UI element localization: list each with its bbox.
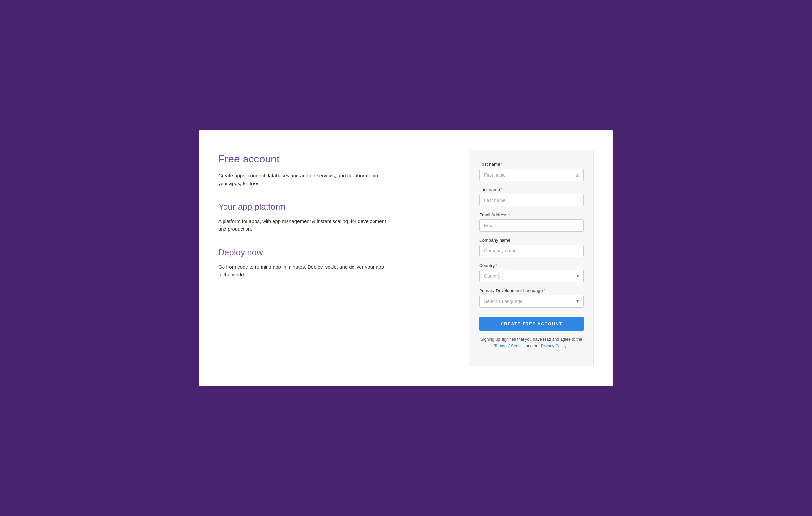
last-name-required: *	[500, 187, 502, 192]
first-name-input-wrapper: ⊞	[479, 169, 584, 181]
last-name-input[interactable]	[479, 194, 584, 206]
language-group: Primary Development Language* Select a L…	[479, 288, 584, 308]
last-name-label: Last name*	[479, 187, 584, 192]
terms-text: Signing up signifies that you have read …	[479, 336, 584, 349]
first-name-required: *	[501, 162, 502, 167]
country-label: Country*	[479, 263, 584, 268]
left-panel: Free account Create apps, connect databa…	[218, 150, 449, 366]
free-account-body: Create apps, connect databases and add-o…	[218, 172, 389, 188]
first-name-label: First name*	[479, 162, 584, 167]
email-group: Email Address*	[479, 212, 584, 232]
company-group: Company name	[479, 238, 584, 257]
email-input[interactable]	[479, 219, 584, 232]
privacy-policy-link[interactable]: Privacy Policy	[541, 344, 567, 348]
company-label: Company name	[479, 238, 584, 242]
first-name-group: First name* ⊞	[479, 162, 584, 181]
country-required: *	[495, 263, 497, 268]
country-group: Country* Country United States United Ki…	[479, 263, 584, 282]
company-input[interactable]	[479, 245, 584, 257]
app-platform-heading: Your app platform	[218, 202, 449, 212]
email-required: *	[508, 212, 510, 217]
card-icon: ⊞	[576, 172, 580, 178]
first-name-input[interactable]	[479, 169, 584, 181]
email-label: Email Address*	[479, 212, 584, 217]
country-select-wrapper: Country United States United Kingdom Can…	[479, 270, 584, 282]
last-name-group: Last name*	[479, 187, 584, 206]
free-account-heading: Free account	[218, 153, 449, 165]
deploy-now-body: Go from code to running app in minutes. …	[218, 263, 389, 279]
signup-form-panel: First name* ⊞ Last name* Email Address*	[469, 150, 594, 366]
language-select[interactable]: Select a Language JavaScript Python Ruby…	[479, 295, 584, 308]
terms-middle: and our	[526, 344, 541, 348]
main-container: Free account Create apps, connect databa…	[199, 130, 613, 386]
create-account-button[interactable]: CREATE FREE ACCOUNT	[479, 317, 584, 331]
language-select-wrapper: Select a Language JavaScript Python Ruby…	[479, 295, 584, 308]
app-platform-body: A platform for apps, with app management…	[218, 217, 389, 233]
language-label: Primary Development Language*	[479, 288, 584, 293]
terms-of-service-link[interactable]: Terms of Service	[494, 344, 524, 348]
deploy-now-heading: Deploy now	[218, 248, 449, 258]
country-select[interactable]: Country United States United Kingdom Can…	[479, 270, 584, 282]
terms-suffix: .	[568, 344, 569, 348]
outer-border: Free account Create apps, connect databa…	[193, 124, 619, 392]
terms-prefix: Signing up signifies that you have read …	[481, 337, 582, 342]
language-required: *	[544, 288, 545, 293]
